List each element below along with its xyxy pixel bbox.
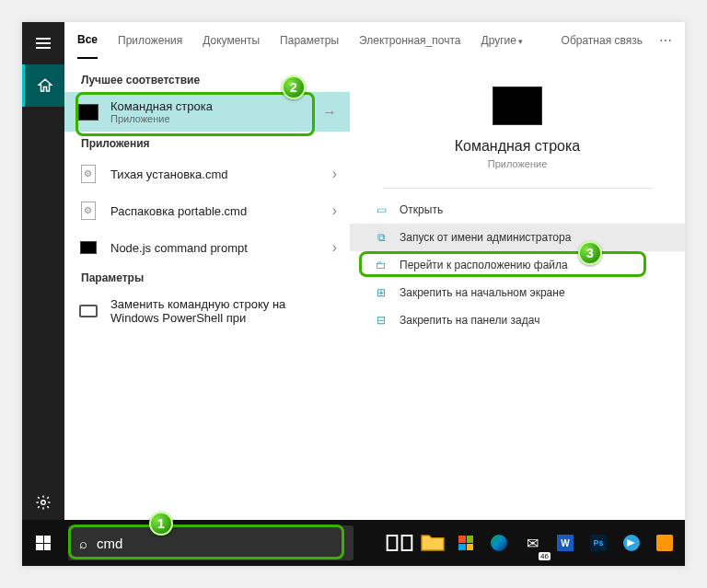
folder-icon: 🗀	[374, 258, 388, 272]
search-icon: ⌕	[79, 536, 87, 551]
hamburger-icon	[36, 38, 51, 49]
results-column: Лучшее соответствие Командная строка При…	[64, 59, 350, 520]
script-icon	[81, 202, 96, 220]
filter-tabs: Все Приложения Документы Параметры Элект…	[64, 22, 685, 59]
result-app-item[interactable]: Распаковка portable.cmd ›	[64, 192, 350, 229]
svg-rect-3	[402, 536, 412, 550]
word-button[interactable]: W	[551, 527, 580, 559]
more-options-button[interactable]: ⋯	[659, 33, 672, 48]
taskbar-tray: ✉46 W Ps	[385, 527, 685, 559]
section-apps: Приложения	[64, 132, 350, 156]
chevron-right-icon: ›	[332, 202, 337, 219]
tab-settings[interactable]: Параметры	[280, 23, 339, 58]
task-view-button[interactable]	[385, 527, 414, 559]
tab-all[interactable]: Все	[77, 22, 98, 59]
expand-arrow-icon[interactable]: →	[322, 104, 337, 121]
preview-column: Командная строка Приложение ▭ Открыть ⧉ …	[350, 59, 685, 520]
taskbar: ⌕ ✉46 W Ps	[22, 520, 685, 566]
annotation-badge-2: 2	[282, 75, 306, 99]
pin-icon: ⊞	[374, 285, 388, 300]
explorer-button[interactable]	[418, 527, 447, 559]
tab-apps[interactable]: Приложения	[118, 23, 182, 58]
pin-icon: ⊟	[374, 313, 388, 328]
script-icon	[81, 165, 96, 183]
result-subtitle: Приложение	[110, 113, 322, 124]
result-app-item[interactable]: Тихая установка.cmd ›	[64, 156, 350, 192]
sublime-button[interactable]	[650, 527, 679, 559]
action-label: Открыть	[400, 203, 443, 216]
store-button[interactable]	[451, 527, 481, 559]
preview-title: Командная строка	[455, 138, 581, 155]
store-icon	[458, 536, 473, 550]
tab-email[interactable]: Электронная_почта	[359, 23, 460, 58]
open-icon: ▭	[374, 202, 388, 217]
swap-icon	[79, 305, 98, 317]
edge-icon	[491, 535, 507, 551]
preview-subtitle: Приложение	[488, 158, 548, 169]
annotation-badge-3: 3	[578, 241, 602, 265]
sublime-icon	[656, 535, 673, 551]
result-command-prompt[interactable]: Командная строка Приложение →	[64, 92, 350, 132]
edge-button[interactable]	[484, 527, 514, 559]
terminal-icon	[80, 241, 97, 254]
action-label: Закрепить на начальном экране	[400, 286, 565, 299]
action-label: Закрепить на панели задач	[400, 314, 539, 327]
action-run-as-admin[interactable]: ⧉ Запуск от имени администратора	[350, 224, 685, 251]
telegram-icon	[623, 535, 640, 551]
action-pin-start[interactable]: ⊞ Закрепить на начальном экране	[350, 279, 685, 306]
search-input[interactable]	[97, 536, 342, 551]
result-title: Тихая установка.cmd	[110, 167, 332, 181]
action-label: Перейти к расположению файла	[400, 259, 568, 271]
mail-count-badge: 46	[539, 552, 551, 560]
result-setting-item[interactable]: Заменить командную строку на Windows Pow…	[64, 290, 350, 332]
photoshop-icon: Ps	[590, 535, 607, 551]
svg-rect-2	[388, 536, 398, 550]
shield-icon: ⧉	[374, 230, 388, 245]
divider	[383, 188, 651, 189]
feedback-link[interactable]: Обратная связь	[562, 34, 643, 47]
result-title: Распаковка portable.cmd	[110, 204, 332, 218]
action-open-location[interactable]: 🗀 Перейти к расположению файла	[350, 251, 685, 279]
mail-button[interactable]: ✉46	[517, 527, 547, 559]
section-best-match: Лучшее соответствие	[64, 68, 350, 92]
search-box[interactable]: ⌕	[68, 525, 354, 560]
section-settings: Параметры	[64, 266, 350, 290]
settings-button[interactable]	[22, 481, 64, 524]
action-label: Запуск от имени администратора	[400, 231, 571, 244]
result-app-item[interactable]: Node.js command prompt ›	[64, 229, 350, 266]
photoshop-button[interactable]: Ps	[584, 527, 613, 559]
gear-icon	[35, 494, 52, 511]
preview-terminal-icon	[493, 86, 542, 125]
svg-point-0	[41, 501, 46, 505]
tab-more[interactable]: Другие	[481, 23, 524, 58]
word-icon: W	[557, 535, 574, 551]
start-button[interactable]	[22, 520, 64, 566]
result-title: Командная строка	[110, 99, 322, 113]
windows-logo-icon	[36, 536, 51, 550]
tab-docs[interactable]: Документы	[203, 23, 260, 58]
terminal-icon	[78, 104, 99, 121]
annotation-badge-1: 1	[149, 512, 173, 536]
result-title: Заменить командную строку на Windows Pow…	[110, 297, 337, 325]
result-title: Node.js command prompt	[110, 241, 332, 255]
task-view-icon	[385, 528, 414, 558]
action-open[interactable]: ▭ Открыть	[350, 196, 685, 224]
folder-icon	[418, 528, 447, 558]
sidebar	[22, 22, 64, 566]
menu-button[interactable]	[22, 22, 64, 64]
search-panel: Все Приложения Документы Параметры Элект…	[64, 22, 685, 520]
action-pin-taskbar[interactable]: ⊟ Закрепить на панели задач	[350, 306, 685, 334]
mail-icon: ✉	[527, 535, 539, 552]
chevron-right-icon: ›	[332, 166, 337, 182]
home-button[interactable]	[22, 64, 64, 107]
home-icon	[37, 77, 53, 94]
chevron-right-icon: ›	[332, 239, 337, 256]
telegram-button[interactable]	[617, 527, 646, 559]
